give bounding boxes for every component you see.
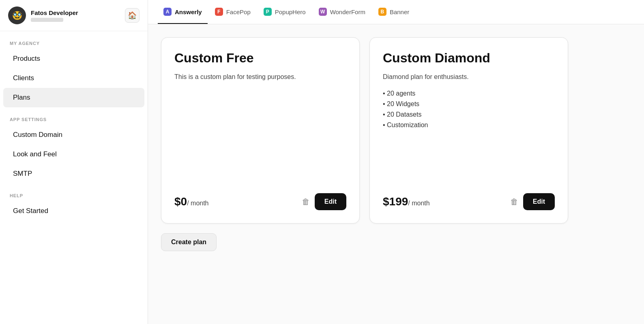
top-nav: AAnswerlyFFacePopPPopupHeroWWonderFormBB… <box>148 0 644 24</box>
answerly-tab-label: Answerly <box>175 9 202 15</box>
sidebar-item-look-and-feel[interactable]: Look and Feel <box>3 145 144 164</box>
plan-features-custom-diamond: • 20 agents• 20 Widgets• 20 Datasets• Cu… <box>383 90 555 129</box>
plan-card-custom-diamond: Custom DiamondDiamond plan for enthusias… <box>369 37 568 224</box>
plan-feature: • 20 Widgets <box>383 100 555 108</box>
plan-card-custom-free: Custom FreeThis is a custom plan for tes… <box>161 37 360 224</box>
popuphero-icon: P <box>264 8 272 16</box>
sidebar-item-clients[interactable]: Clients <box>3 68 144 88</box>
sidebar-section-label: MY AGENCY <box>0 31 148 49</box>
sidebar-header: 🥸 Fatos Developer 🏠 <box>0 0 148 31</box>
user-name: Fatos Developer <box>31 9 78 16</box>
sidebar-user: 🥸 Fatos Developer <box>8 6 78 24</box>
plan-feature: • 20 Datasets <box>383 111 555 118</box>
sidebar-item-custom-domain[interactable]: Custom Domain <box>3 125 144 145</box>
home-button[interactable]: 🏠 <box>125 8 140 23</box>
sidebar-section-label: HELP <box>0 183 148 201</box>
user-info: Fatos Developer <box>31 9 78 22</box>
answerly-icon: A <box>163 8 172 16</box>
plan-title-custom-diamond: Custom Diamond <box>383 51 555 66</box>
tab-wonderform[interactable]: WWonderForm <box>313 0 371 24</box>
sidebar-section-label: APP SETTINGS <box>0 107 148 125</box>
plan-description-custom-free: This is a custom plan for testing purpos… <box>174 72 346 82</box>
sidebar-item-smtp[interactable]: SMTP <box>3 164 144 183</box>
trash-icon-custom-diamond[interactable]: 🗑 <box>510 197 518 207</box>
tab-popuphero[interactable]: PPopupHero <box>258 0 311 24</box>
main-content: AAnswerlyFFacePopPPopupHeroWWonderFormBB… <box>148 0 644 324</box>
wonderform-icon: W <box>319 8 327 16</box>
plan-feature: • 20 agents <box>383 90 555 97</box>
sidebar-item-plans[interactable]: Plans <box>3 88 144 107</box>
plan-price-custom-diamond: $199/ month <box>383 195 430 208</box>
tab-facepop[interactable]: FFacePop <box>209 0 256 24</box>
tab-answerly[interactable]: AAnswerly <box>158 0 208 24</box>
create-plan-button[interactable]: Create plan <box>161 233 217 251</box>
edit-button-custom-free[interactable]: Edit <box>315 193 346 210</box>
tab-banner[interactable]: BBanner <box>373 0 415 24</box>
sidebar-nav: MY AGENCYProductsClientsPlansAPP SETTING… <box>0 31 148 221</box>
content-area: Custom FreeThis is a custom plan for tes… <box>148 24 644 324</box>
plan-description-custom-diamond: Diamond plan for enthusiasts. <box>383 72 555 82</box>
sidebar-item-get-started[interactable]: Get Started <box>3 201 144 221</box>
facepop-tab-label: FacePop <box>226 9 251 15</box>
wonderform-tab-label: WonderForm <box>330 9 365 15</box>
trash-icon-custom-free[interactable]: 🗑 <box>302 197 310 207</box>
facepop-icon: F <box>215 8 223 16</box>
user-subtitle <box>31 18 63 22</box>
plan-price-custom-free: $0/ month <box>174 195 209 208</box>
plan-title-custom-free: Custom Free <box>174 51 346 66</box>
plan-feature: • Customization <box>383 122 555 129</box>
edit-button-custom-diamond[interactable]: Edit <box>523 193 555 210</box>
popuphero-tab-label: PopupHero <box>275 9 306 15</box>
sidebar: 🥸 Fatos Developer 🏠 MY AGENCYProductsCli… <box>0 0 148 324</box>
banner-icon: B <box>378 8 386 16</box>
avatar: 🥸 <box>8 6 26 24</box>
banner-tab-label: Banner <box>390 9 409 15</box>
plans-grid: Custom FreeThis is a custom plan for tes… <box>161 37 631 224</box>
sidebar-item-products[interactable]: Products <box>3 49 144 68</box>
